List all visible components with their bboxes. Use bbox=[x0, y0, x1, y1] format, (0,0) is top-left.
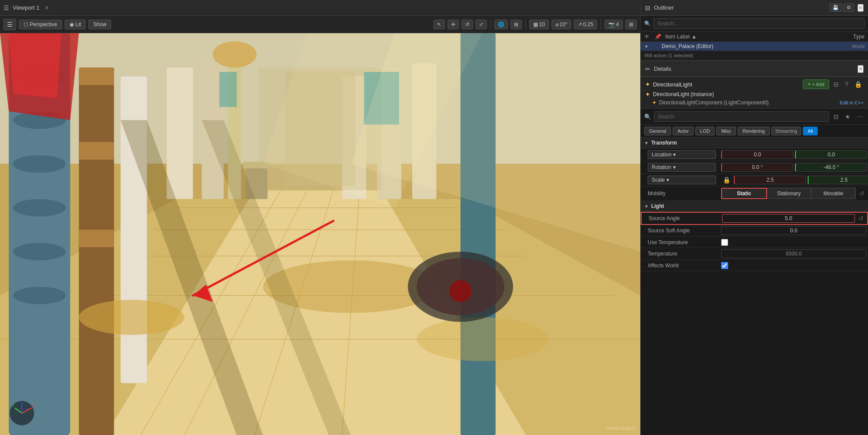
affects-world-checkbox[interactable] bbox=[721, 262, 728, 269]
tab-misc[interactable]: Misc bbox=[716, 127, 736, 135]
source-angle-row: Source Angle ↺ bbox=[641, 212, 868, 225]
source-angle-reset-btn[interactable]: ↺ bbox=[857, 215, 865, 222]
svg-text:Z: Z bbox=[20, 400, 23, 404]
grid-size-btn[interactable]: ▦ 10 bbox=[529, 20, 549, 29]
scale-dropdown[interactable]: Scale ▾ bbox=[648, 176, 716, 184]
outliner-close-btn[interactable]: ✕ bbox=[858, 4, 864, 12]
outliner-visibility-col: 👁 bbox=[644, 34, 653, 40]
add-component-btn[interactable]: + + Add bbox=[803, 79, 829, 89]
location-label: Location ▾ bbox=[641, 148, 719, 161]
world-icon-btn[interactable]: 🌐 bbox=[494, 20, 508, 29]
use-temperature-controls bbox=[719, 238, 868, 247]
lit-btn[interactable]: ◉ Lit bbox=[65, 20, 86, 29]
mobility-stationary-btn[interactable]: Stationary bbox=[767, 188, 812, 199]
scale-x-input[interactable] bbox=[734, 176, 806, 184]
light-section-title: Light bbox=[651, 203, 664, 209]
snap-btn[interactable]: ⊞ bbox=[510, 20, 522, 29]
outliner-world-label: Demo_Palace (Editor) bbox=[660, 43, 830, 49]
details-close-btn[interactable]: ✕ bbox=[858, 65, 864, 73]
rotate-tool-btn[interactable]: ↺ bbox=[462, 20, 473, 29]
camera-icon: 📷 bbox=[608, 21, 615, 28]
tab-general[interactable]: General bbox=[644, 127, 671, 135]
outliner-settings-btn[interactable]: ⚙ bbox=[844, 3, 854, 12]
scale-label: Scale ▾ bbox=[641, 174, 719, 186]
source-angle-input[interactable] bbox=[722, 214, 855, 223]
rotation-dropdown[interactable]: Rotation ▾ bbox=[648, 163, 716, 172]
scale-tool-btn[interactable]: ⤢ bbox=[476, 20, 487, 29]
scale-snap-btn[interactable]: ↗ 0.25 bbox=[574, 20, 597, 29]
sort-icon: ▲ bbox=[691, 34, 697, 40]
layout-btn[interactable]: ⊞ bbox=[625, 20, 637, 29]
rotation-y-input[interactable] bbox=[795, 163, 867, 172]
viewport-close-btn[interactable]: ✕ bbox=[45, 5, 49, 11]
details-table-view-btn[interactable]: ⊟ bbox=[832, 112, 840, 121]
svg-point-30 bbox=[213, 41, 257, 67]
location-dropdown-arrow: ▾ bbox=[673, 152, 676, 158]
details-scroll-area[interactable]: ▼ Transform Location ▾ bbox=[641, 138, 868, 435]
tab-lod[interactable]: LOD bbox=[695, 127, 715, 135]
move-tool-btn[interactable]: ✛ bbox=[448, 20, 459, 29]
tab-all[interactable]: All bbox=[803, 127, 818, 135]
viewport-canvas[interactable]: X Y Z Unreal Engine bbox=[0, 33, 640, 435]
details-search-icon: 🔍 bbox=[644, 114, 651, 120]
svg-rect-23 bbox=[79, 230, 114, 247]
light-section-header[interactable]: ▼ Light bbox=[641, 201, 868, 212]
component-header: ✦ DirectionalLight + + Add ⊟ ? 🔒 ✦ Direc… bbox=[641, 77, 868, 109]
show-btn[interactable]: Show bbox=[88, 20, 111, 29]
filter-tabs-row: General Actor LOD Misc Rendering Streami… bbox=[641, 125, 868, 138]
outliner-search-input[interactable] bbox=[653, 18, 865, 29]
details-more-btn[interactable]: ⋯ bbox=[855, 112, 865, 121]
transform-section-header[interactable]: ▼ Transform bbox=[641, 138, 868, 148]
viewport-panel: ☰ Viewport 1 ✕ ☰ ⬡ Perspective ◉ Lit Sho… bbox=[0, 0, 641, 435]
camera-btn[interactable]: 📷 4 bbox=[604, 20, 623, 29]
viewport-hamburger-btn[interactable]: ☰ bbox=[3, 19, 16, 30]
use-temperature-checkbox[interactable] bbox=[721, 239, 728, 246]
mobility-reset-btn[interactable]: ↺ bbox=[858, 190, 866, 197]
select-tool-btn[interactable]: ↖ bbox=[434, 20, 445, 29]
sub-component-icon: ✦ bbox=[652, 100, 656, 106]
scale-y-input[interactable] bbox=[808, 176, 868, 184]
location-dropdown[interactable]: Location ▾ bbox=[648, 150, 716, 159]
mobility-movable-btn[interactable]: Movable bbox=[811, 188, 856, 199]
edit-cpp-btn[interactable]: Edit in C++ bbox=[840, 100, 864, 105]
outliner-world-row[interactable]: ▼ Demo_Palace (Editor) World bbox=[641, 42, 868, 51]
use-temperature-label: Use Temperature bbox=[641, 238, 719, 247]
outliner-search-row: 🔍 bbox=[641, 16, 868, 32]
tab-rendering[interactable]: Rendering bbox=[738, 127, 770, 135]
transform-section-title: Transform bbox=[651, 140, 677, 146]
viewport-toolbar: ☰ ⬡ Perspective ◉ Lit Show ↖ ✛ ↺ ⤢ 🌐 ⊞ ▦… bbox=[0, 16, 640, 33]
svg-rect-27 bbox=[167, 68, 193, 199]
light-icon: ◉ bbox=[69, 21, 74, 28]
grid-icon: ▦ bbox=[533, 21, 538, 28]
component-layout-btn[interactable]: ⊟ bbox=[832, 80, 840, 89]
details-actions: ✕ bbox=[858, 65, 864, 73]
viewport-menu-icon[interactable]: ☰ bbox=[3, 4, 9, 11]
details-search-input[interactable] bbox=[654, 111, 829, 122]
outliner-panel: ⊟ Outliner 💾 ⚙ ✕ 🔍 👁 📌 Item Label ▲ Type… bbox=[641, 0, 868, 61]
component-help-btn[interactable]: ? bbox=[843, 80, 850, 89]
source-soft-angle-controls bbox=[719, 225, 868, 236]
location-y-input[interactable] bbox=[795, 150, 867, 159]
source-soft-angle-input[interactable] bbox=[721, 226, 866, 235]
component-name-row: ✦ DirectionalLight + + Add ⊟ ? 🔒 bbox=[645, 79, 864, 89]
rotation-snap-btn[interactable]: ⌀ 10° bbox=[552, 20, 571, 29]
details-panel: ✏ Details ✕ ✦ DirectionalLight + + Add ⊟… bbox=[641, 61, 868, 435]
tab-streaming[interactable]: Streaming bbox=[771, 127, 801, 135]
temperature-input[interactable] bbox=[721, 249, 866, 258]
svg-point-44 bbox=[450, 280, 472, 302]
perspective-btn[interactable]: ⬡ Perspective bbox=[19, 20, 62, 29]
rotation-x-input[interactable] bbox=[721, 163, 793, 172]
scale-lock-icon[interactable]: 🔒 bbox=[721, 176, 732, 183]
sub-component-row: ✦ DirectionalLightComponent (LightCompon… bbox=[645, 100, 864, 106]
outliner-panel-title: Outliner bbox=[654, 4, 826, 11]
mobility-controls: Static Stationary Movable ↺ bbox=[719, 186, 868, 200]
mobility-static-btn[interactable]: Static bbox=[721, 188, 767, 199]
temperature-controls bbox=[719, 248, 868, 259]
location-x-input[interactable] bbox=[721, 150, 793, 159]
tab-actor[interactable]: Actor bbox=[673, 127, 694, 135]
component-settings-btn[interactable]: 🔒 bbox=[853, 80, 864, 89]
outliner-save-btn[interactable]: 💾 bbox=[830, 3, 842, 12]
details-star-btn[interactable]: ★ bbox=[843, 112, 852, 121]
svg-point-17 bbox=[13, 199, 66, 217]
outliner-panel-icon: ⊟ bbox=[645, 4, 650, 11]
